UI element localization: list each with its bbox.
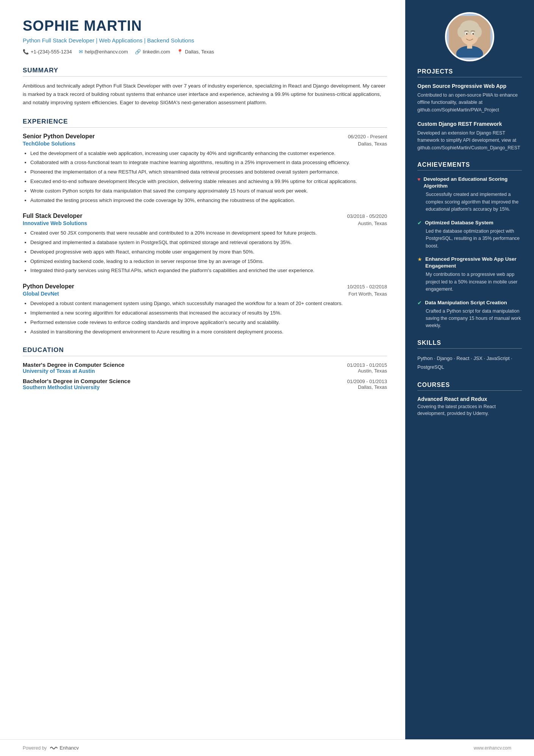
candidate-name: SOPHIE MARTIN (23, 18, 387, 34)
edu-location: Dallas, Texas (358, 384, 387, 390)
job-location: Fort Worth, Texas (348, 291, 387, 297)
svg-point-10 (472, 33, 474, 34)
phone-icon: 📞 (23, 49, 29, 55)
achievement-title: Enhanced Progressive Web App User Engage… (425, 256, 522, 269)
achievement-item: ✔ Optimized Database System Led the data… (417, 219, 522, 250)
edu-item: Bachelor's Degree in Computer Science 01… (23, 378, 387, 390)
svg-point-9 (466, 33, 467, 34)
linkedin-icon: 🔗 (135, 49, 141, 55)
achievement-desc: My contributions to a progressive web ap… (417, 271, 522, 293)
edu-item: Master's Degree in Computer Science 01/2… (23, 362, 387, 374)
job-date: 03/2018 - 05/2020 (347, 213, 387, 219)
bullet-item: Developed progressive web apps with Reac… (30, 248, 387, 256)
job-company: Global DevNet (23, 291, 59, 297)
job-item: Senior Python Developer 06/2020 - Presen… (23, 133, 387, 205)
bullet-item: Automated the testing process which impr… (30, 196, 387, 205)
summary-section: SUMMARY Ambitious and technically adept … (23, 67, 387, 107)
summary-title: SUMMARY (23, 67, 387, 77)
bullet-item: Collaborated with a cross-functional tea… (30, 158, 387, 167)
course-desc: Covering the latest practices in React d… (417, 403, 522, 418)
contact-email: ✉ help@enhancv.com (79, 49, 128, 55)
achievement-title: Optimized Database System (425, 219, 493, 226)
contact-bar: 📞 +1-(234)-555-1234 ✉ help@enhancv.com 🔗… (23, 49, 387, 55)
enhancv-icon (50, 745, 58, 751)
course-item: Advanced React and Redux Covering the la… (417, 396, 522, 418)
project-desc: Developed an extension for Django REST f… (417, 130, 522, 152)
projects-section: PROJECTS Open Source Progressive Web App… (417, 68, 522, 152)
edu-date: 01/2013 - 01/2015 (347, 362, 387, 368)
achievement-title: Developed an Educational Scoring Algorit… (423, 176, 522, 189)
courses-section: COURSES Advanced React and Redux Coverin… (417, 382, 522, 418)
job-bullets: Developed a robust content management sy… (23, 299, 387, 336)
enhancv-logo: Enhancv (50, 745, 79, 751)
education-section: EDUCATION Master's Degree in Computer Sc… (23, 346, 387, 390)
project-title: Custom Django REST Framework (417, 121, 522, 128)
experience-section: EXPERIENCE Senior Python Developer 06/20… (23, 118, 387, 336)
bullet-item: Executed end-to-end software development… (30, 177, 387, 186)
achievement-icon: ♥ (417, 176, 420, 182)
left-column: SOPHIE MARTIN Python Full Stack Develope… (0, 0, 405, 739)
job-bullets: Created over 50 JSX components that were… (23, 229, 387, 275)
bullet-item: Wrote custom Python scripts for data man… (30, 187, 387, 195)
bullet-item: Assisted in transitioning the developmen… (30, 328, 387, 336)
bullet-item: Designed and implemented a database syst… (30, 238, 387, 247)
footer-left: Powered by Enhancv (23, 745, 79, 751)
edu-degree: Bachelor's Degree in Computer Science (23, 378, 131, 384)
brand-name: Enhancv (59, 745, 79, 751)
powered-by-text: Powered by (23, 745, 47, 751)
projects-title: PROJECTS (417, 68, 522, 77)
contact-linkedin: 🔗 linkedin.com (135, 49, 170, 55)
right-column: PROJECTS Open Source Progressive Web App… (405, 0, 534, 739)
bullet-item: Created over 50 JSX components that were… (30, 229, 387, 237)
achievement-icon: ✔ (417, 220, 422, 226)
job-title: Python Developer (23, 283, 74, 290)
skills-title: SKILLS (417, 340, 522, 349)
bullet-item: Led the development of a scalable web ap… (30, 149, 387, 158)
page-footer: Powered by Enhancv www.enhancv.com (0, 739, 534, 756)
bullet-item: Performed extensive code reviews to enfo… (30, 318, 387, 327)
achievement-desc: Crafted a Python script for data manipul… (417, 308, 522, 330)
achievement-icon: ★ (417, 256, 422, 262)
job-location: Austin, Texas (358, 221, 387, 226)
contact-location: 📍 Dallas, Texas (177, 49, 214, 55)
skills-section: SKILLS Python · Django · React · JSX · J… (417, 340, 522, 372)
job-company: Innovative Web Solutions (23, 220, 87, 226)
candidate-subtitle: Python Full Stack Developer | Web Applic… (23, 36, 387, 44)
achievement-icon: ✔ (417, 300, 422, 306)
job-date: 06/2020 - Present (348, 134, 387, 139)
svg-point-3 (457, 26, 466, 38)
svg-rect-6 (467, 42, 472, 49)
job-company: TechGlobe Solutions (23, 141, 75, 147)
contact-phone: 📞 +1-(234)-555-1234 (23, 49, 72, 55)
summary-text: Ambitious and technically adept Python F… (23, 82, 387, 107)
job-title: Senior Python Developer (23, 133, 95, 140)
job-location: Dallas, Texas (358, 141, 387, 147)
bullet-item: Developed a robust content management sy… (30, 299, 387, 308)
resume-header: SOPHIE MARTIN Python Full Stack Develope… (23, 18, 387, 55)
edu-degree: Master's Degree in Computer Science (23, 362, 125, 368)
project-item: Custom Django REST Framework Developed a… (417, 121, 522, 152)
courses-title: COURSES (417, 382, 522, 391)
edu-date: 01/2009 - 01/2013 (347, 379, 387, 384)
bullet-item: Implemented a new scoring algorithm for … (30, 309, 387, 317)
job-bullets: Led the development of a scalable web ap… (23, 149, 387, 205)
project-title: Open Source Progressive Web App (417, 83, 522, 90)
achievement-desc: Led the database optimization project wi… (417, 228, 522, 250)
job-title: Full Stack Developer (23, 213, 82, 219)
achievement-desc: Successfully created and implemented a c… (417, 191, 522, 213)
achievement-item: ♥ Developed an Educational Scoring Algor… (417, 176, 522, 213)
footer-website: www.enhancv.com (474, 745, 511, 751)
edu-location: Austin, Texas (358, 368, 387, 374)
project-desc: Contributed to an open-source PWA to enh… (417, 92, 522, 114)
skills-text: Python · Django · React · JSX · JavaScri… (417, 354, 522, 372)
achievement-title: Data Manipulation Script Creation (425, 299, 507, 306)
bullet-item: Optimized existing backend code, leading… (30, 257, 387, 266)
experience-title: EXPERIENCE (23, 118, 387, 128)
email-icon: ✉ (79, 49, 83, 55)
location-icon: 📍 (177, 49, 183, 55)
achievement-item: ★ Enhanced Progressive Web App User Enga… (417, 256, 522, 293)
job-item: Python Developer 10/2015 - 02/2018 Globa… (23, 283, 387, 336)
edu-school: University of Texas at Austin (23, 368, 95, 374)
course-title: Advanced React and Redux (417, 396, 522, 402)
edu-school: Southern Methodist University (23, 384, 100, 390)
